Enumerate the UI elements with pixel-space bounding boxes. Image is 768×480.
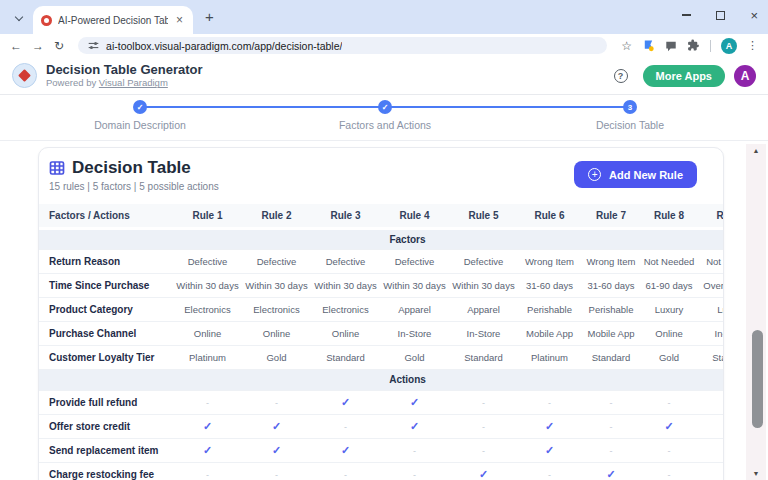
step-2-label[interactable]: Factors and Actions [300, 119, 470, 131]
factor-value-cell[interactable]: Within 30 days [449, 273, 518, 297]
browser-profile-avatar[interactable]: A [721, 38, 737, 54]
action-value-cell[interactable]: - [581, 414, 641, 438]
action-value-cell[interactable]: ✓ [311, 438, 380, 462]
action-value-cell[interactable]: - [697, 414, 724, 438]
step-1-circle[interactable]: ✓ [133, 100, 147, 114]
factor-value-cell[interactable]: Defective [242, 249, 311, 273]
step-3-label[interactable]: Decision Table [545, 119, 715, 131]
action-value-cell[interactable]: - [581, 438, 641, 462]
factor-value-cell[interactable]: Defective [449, 249, 518, 273]
maximize-button[interactable] [716, 11, 725, 20]
factor-value-cell[interactable]: Mobile App [518, 321, 581, 345]
action-value-cell[interactable]: ✓ [380, 390, 449, 414]
action-value-cell[interactable]: - [697, 462, 724, 480]
forward-icon[interactable]: → [32, 39, 44, 53]
site-settings-icon[interactable] [88, 40, 99, 51]
action-value-cell[interactable]: - [173, 462, 242, 480]
factor-value-cell[interactable]: Wrong Item [518, 249, 581, 273]
action-value-cell[interactable]: - [173, 390, 242, 414]
action-value-cell[interactable]: - [641, 462, 697, 480]
action-value-cell[interactable]: - [697, 438, 724, 462]
factor-value-cell[interactable]: Apparel [449, 297, 518, 321]
factor-value-cell[interactable]: Online [242, 321, 311, 345]
action-value-cell[interactable]: - [380, 462, 449, 480]
factor-value-cell[interactable]: In-Store [697, 321, 724, 345]
factor-value-cell[interactable]: Within 30 days [311, 273, 380, 297]
action-value-cell[interactable]: ✓ [311, 390, 380, 414]
factor-value-cell[interactable]: In-Store [380, 321, 449, 345]
extensions-puzzle-icon[interactable] [687, 39, 700, 52]
action-value-cell[interactable]: ✓ [380, 414, 449, 438]
factor-value-cell[interactable]: Platinum [518, 345, 581, 369]
factor-value-cell[interactable]: 31-60 days [581, 273, 641, 297]
action-value-cell[interactable]: ✓ [242, 438, 311, 462]
visual-paradigm-link[interactable]: Visual Paradigm [99, 77, 168, 88]
factor-value-cell[interactable]: Over 90 days [697, 273, 724, 297]
action-value-cell[interactable]: - [697, 390, 724, 414]
action-value-cell[interactable]: - [641, 390, 697, 414]
new-tab-button[interactable]: + [205, 8, 214, 25]
browser-menu-icon[interactable]: ⋮ [747, 39, 758, 52]
scroll-down-icon[interactable]: ▼ [746, 470, 766, 477]
factor-value-cell[interactable]: Online [311, 321, 380, 345]
factor-value-cell[interactable]: Platinum [173, 345, 242, 369]
minimize-button[interactable] [682, 14, 691, 16]
step-2-circle[interactable]: ✓ [378, 100, 392, 114]
factor-value-cell[interactable]: Standard [697, 345, 724, 369]
step-1-label[interactable]: Domain Description [55, 119, 225, 131]
scrollbar-thumb[interactable] [752, 330, 763, 428]
factor-value-cell[interactable]: Online [173, 321, 242, 345]
factor-value-cell[interactable]: Mobile App [581, 321, 641, 345]
action-value-cell[interactable]: ✓ [581, 462, 641, 480]
factor-value-cell[interactable]: Perishable [518, 297, 581, 321]
back-icon[interactable]: ← [10, 39, 22, 53]
factor-value-cell[interactable]: Gold [242, 345, 311, 369]
factor-value-cell[interactable]: Electronics [311, 297, 380, 321]
factor-value-cell[interactable]: 61-90 days [641, 273, 697, 297]
user-avatar[interactable]: A [734, 65, 756, 87]
url-bar[interactable]: ai-toolbox.visual-paradigm.com/app/decis… [78, 37, 607, 54]
close-window-button[interactable]: × [750, 9, 758, 22]
action-value-cell[interactable]: ✓ [173, 414, 242, 438]
factor-value-cell[interactable]: Gold [641, 345, 697, 369]
factor-value-cell[interactable]: In-Store [449, 321, 518, 345]
factor-value-cell[interactable]: Luxury [641, 297, 697, 321]
action-value-cell[interactable]: - [449, 390, 518, 414]
factor-value-cell[interactable]: Within 30 days [173, 273, 242, 297]
factor-value-cell[interactable]: Within 30 days [380, 273, 449, 297]
action-value-cell[interactable]: ✓ [518, 414, 581, 438]
action-value-cell[interactable]: - [518, 462, 581, 480]
factor-value-cell[interactable]: Perishable [581, 297, 641, 321]
comment-icon[interactable] [665, 40, 677, 52]
factor-value-cell[interactable]: Defective [380, 249, 449, 273]
more-apps-button[interactable]: More Apps [643, 65, 725, 87]
colorful-extension-icon[interactable] [642, 39, 655, 52]
action-value-cell[interactable]: ✓ [242, 414, 311, 438]
factor-value-cell[interactable]: Gold [380, 345, 449, 369]
add-new-rule-button[interactable]: + Add New Rule [574, 161, 697, 188]
action-value-cell[interactable]: - [449, 438, 518, 462]
factor-value-cell[interactable]: Electronics [173, 297, 242, 321]
factor-value-cell[interactable]: Standard [581, 345, 641, 369]
tab-close-icon[interactable]: × [174, 14, 185, 26]
factor-value-cell[interactable]: 31-60 days [518, 273, 581, 297]
step-3-circle[interactable]: 3 [623, 100, 637, 114]
factor-value-cell[interactable]: Defective [173, 249, 242, 273]
factor-value-cell[interactable]: Not Needed [697, 249, 724, 273]
action-value-cell[interactable]: ✓ [518, 438, 581, 462]
scroll-up-icon[interactable]: ▲ [746, 147, 766, 154]
action-value-cell[interactable]: ✓ [449, 462, 518, 480]
action-value-cell[interactable]: - [242, 390, 311, 414]
factor-value-cell[interactable]: Electronics [242, 297, 311, 321]
help-icon[interactable]: ? [614, 69, 628, 83]
action-value-cell[interactable]: - [311, 462, 380, 480]
factor-value-cell[interactable]: Luxury [697, 297, 724, 321]
tab-search-button[interactable] [12, 11, 26, 25]
action-value-cell[interactable]: - [581, 390, 641, 414]
factor-value-cell[interactable]: Apparel [380, 297, 449, 321]
factor-value-cell[interactable]: Wrong Item [581, 249, 641, 273]
factor-value-cell[interactable]: Not Needed [641, 249, 697, 273]
action-value-cell[interactable]: - [242, 462, 311, 480]
action-value-cell[interactable]: - [311, 414, 380, 438]
factor-value-cell[interactable]: Standard [449, 345, 518, 369]
